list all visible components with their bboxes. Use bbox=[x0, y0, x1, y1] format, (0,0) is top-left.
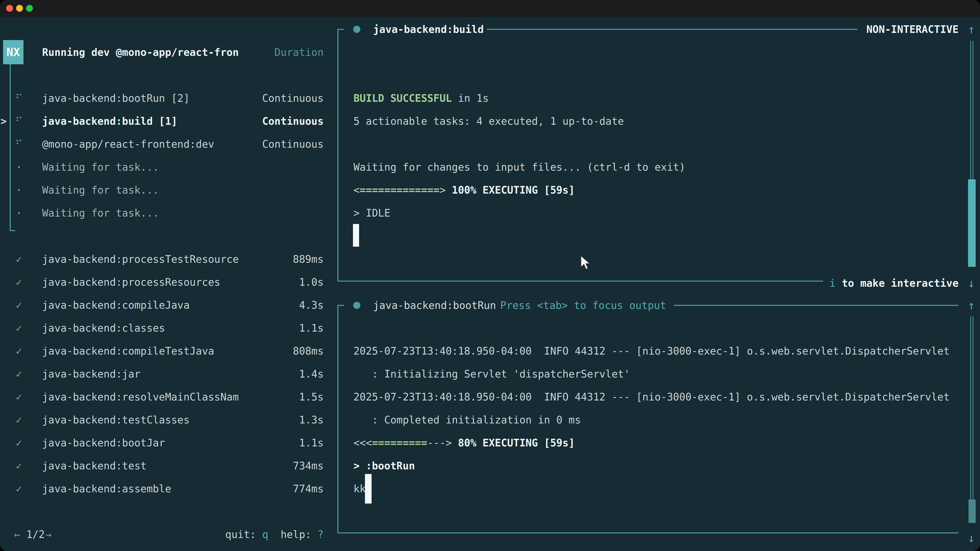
idle-line: > IDLE bbox=[353, 202, 390, 224]
task-name: java-backend:jar bbox=[42, 362, 140, 386]
check-icon: ✓ bbox=[11, 248, 27, 271]
waiting-line: Waiting for changes to input files... (c… bbox=[353, 156, 685, 179]
nx-logo: NX bbox=[3, 40, 24, 64]
task-duration: 1.4s bbox=[230, 362, 324, 386]
log-line: 2025-07-23T13:40:18.950-04:00 INFO 44312… bbox=[353, 340, 950, 362]
log-line: 2025-07-23T13:40:18.950-04:00 INFO 44312… bbox=[353, 386, 950, 408]
quit-key: q bbox=[262, 529, 268, 540]
progress-bar-fill: ============= bbox=[360, 184, 439, 196]
help-key: ? bbox=[318, 529, 324, 540]
task-duration: 1.0s bbox=[230, 271, 324, 294]
check-icon: ✓ bbox=[11, 271, 27, 294]
build-panel-title: java-backend:build bbox=[373, 18, 484, 41]
task-duration: 1.3s bbox=[230, 408, 324, 431]
task-duration: 734ms bbox=[230, 454, 324, 477]
running-dot-icon bbox=[353, 302, 360, 309]
bootrun-scrollbar-thumb[interactable] bbox=[969, 499, 976, 523]
task-duration: 889ms bbox=[230, 248, 324, 271]
gradle-task-line: > :bootRun bbox=[353, 454, 415, 477]
build-panel-bottom-border bbox=[337, 281, 823, 282]
focus-output-hint: Press <tab> to focus output bbox=[500, 294, 666, 317]
build-scrollbar-track[interactable] bbox=[970, 41, 974, 179]
build-success-line: BUILD SUCCESSFUL in 1s bbox=[353, 87, 489, 110]
pending-dot-icon: · bbox=[11, 202, 27, 224]
pending-dot-icon: · bbox=[11, 156, 27, 179]
typed-input[interactable]: kk bbox=[353, 477, 366, 500]
duration-column-header: Duration bbox=[230, 41, 324, 64]
progress-close: > bbox=[439, 184, 445, 196]
terminal-cursor bbox=[365, 474, 372, 503]
sidebar-title: Running dev @mono-app/react-fron bbox=[42, 41, 239, 64]
progress-open: < bbox=[353, 184, 360, 196]
page-next-arrow-icon[interactable]: → bbox=[45, 523, 52, 546]
terminal-window: NX Running dev @mono-app/react-fron Dura… bbox=[0, 0, 980, 551]
check-icon: ✓ bbox=[11, 317, 27, 340]
scroll-down-arrow-icon[interactable]: ↓ bbox=[966, 527, 977, 549]
task-name: java-backend:test bbox=[42, 454, 146, 477]
build-successful-text: BUILD SUCCESSFUL bbox=[353, 92, 452, 104]
task-name: @mono-app/react-frontend:dev bbox=[42, 133, 214, 156]
task-duration: 4.3s bbox=[230, 294, 324, 317]
spinner-icon: ⠋ bbox=[11, 87, 27, 110]
bootrun-scrollbar-track[interactable] bbox=[970, 316, 974, 499]
task-name: java-backend:classes bbox=[42, 317, 165, 340]
task-name: java-backend:assemble bbox=[42, 477, 171, 500]
bootrun-progress-line: <<<=========---> 80% EXECUTING [59s] bbox=[353, 431, 575, 454]
progress-bar-remaining: --- bbox=[427, 437, 445, 449]
page-prev-arrow-icon[interactable]: ← bbox=[14, 523, 20, 546]
check-icon: ✓ bbox=[11, 477, 27, 500]
tasks-summary-line: 5 actionable tasks: 4 executed, 1 up-to-… bbox=[353, 110, 624, 133]
mouse-cursor-icon bbox=[580, 255, 591, 272]
log-line: : Completed initialization in 0 ms bbox=[353, 408, 581, 431]
task-name: java-backend:compileJava bbox=[42, 294, 189, 317]
close-window-icon[interactable] bbox=[6, 5, 13, 12]
task-status: Continuous bbox=[230, 133, 324, 156]
bootrun-panel-left-border bbox=[337, 305, 339, 534]
minimize-window-icon[interactable] bbox=[16, 5, 23, 12]
task-name: java-backend:resolveMainClassNam bbox=[42, 386, 239, 408]
spinner-icon: ⠋ bbox=[11, 133, 27, 156]
task-name: Waiting for task... bbox=[42, 179, 159, 202]
task-name: Waiting for task... bbox=[42, 202, 159, 224]
progress-open: <<< bbox=[353, 437, 372, 449]
bootrun-panel-corner bbox=[337, 305, 344, 306]
task-duration: 1.5s bbox=[230, 386, 324, 408]
task-name: Waiting for task... bbox=[42, 156, 159, 179]
mode-badge: NON-INTERACTIVE bbox=[865, 18, 959, 41]
check-icon: ✓ bbox=[11, 362, 27, 386]
task-status: Continuous bbox=[230, 110, 324, 133]
check-icon: ✓ bbox=[11, 386, 27, 408]
running-dot-icon bbox=[353, 26, 360, 33]
interactive-hint: i to make interactive bbox=[827, 272, 959, 295]
help-label: help: bbox=[268, 529, 318, 540]
progress-bar-fill: ========= bbox=[372, 437, 427, 449]
bootrun-panel-top-border bbox=[674, 305, 958, 306]
scroll-up-arrow-icon[interactable]: ↑ bbox=[966, 294, 977, 317]
selection-caret: > bbox=[0, 110, 6, 133]
check-icon: ✓ bbox=[11, 431, 27, 454]
build-panel-top-border bbox=[487, 29, 858, 30]
progress-close: > bbox=[445, 437, 452, 449]
task-duration: 1.1s bbox=[230, 431, 324, 454]
task-duration: 774ms bbox=[230, 477, 324, 500]
check-icon: ✓ bbox=[11, 454, 27, 477]
check-icon: ✓ bbox=[11, 340, 27, 362]
pending-dot-icon: · bbox=[11, 179, 27, 202]
bootrun-panel-bottom-border bbox=[337, 532, 958, 534]
interactive-hint-text: to make interactive bbox=[835, 277, 959, 289]
check-icon: ✓ bbox=[11, 408, 27, 431]
bootrun-panel-title: java-backend:bootRun bbox=[373, 294, 496, 317]
task-name: java-backend:testClasses bbox=[42, 408, 189, 431]
scroll-down-arrow-icon[interactable]: ↓ bbox=[966, 272, 977, 295]
build-scrollbar-thumb[interactable] bbox=[968, 179, 976, 267]
build-panel-left-border bbox=[337, 29, 339, 282]
footer-keybindings: quit: q help: ? bbox=[220, 523, 324, 546]
task-name: java-backend:processTestResource bbox=[42, 248, 239, 271]
build-time-text: in 1s bbox=[452, 92, 489, 104]
scroll-up-arrow-icon[interactable]: ↑ bbox=[966, 18, 977, 41]
task-name: java-backend:build [1] bbox=[42, 110, 177, 133]
page-indicator: 1/2 bbox=[26, 523, 45, 546]
task-name: java-backend:compileTestJava bbox=[42, 340, 214, 362]
zoom-window-icon[interactable] bbox=[26, 5, 33, 12]
task-name: java-backend:processResources bbox=[42, 271, 220, 294]
